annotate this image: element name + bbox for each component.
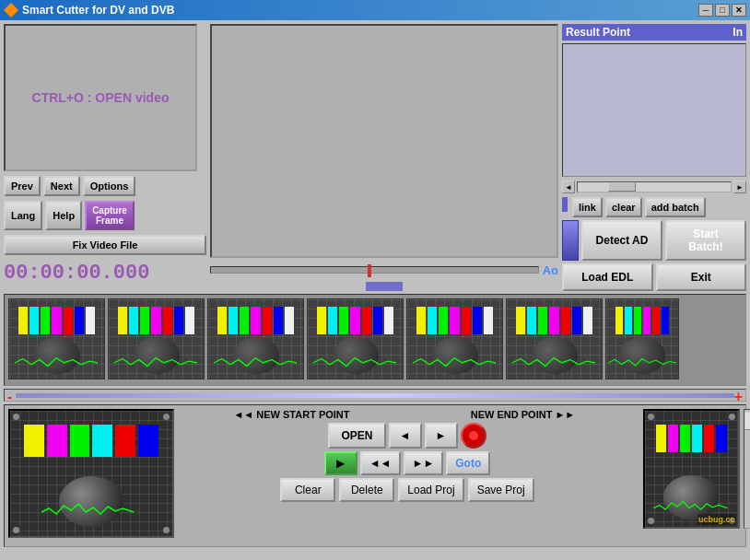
thumb-corner-bl (13, 527, 19, 533)
app-icon (4, 3, 18, 18)
detect-row: Detect AD Start Batch! (562, 220, 746, 261)
timeline-start-marker: - (7, 389, 12, 405)
next-button[interactable]: Next (43, 176, 80, 196)
bottom-section: ◄◄ NEW START POINT NEW END POINT ►► OPEN… (4, 404, 746, 547)
thumb-corner-tr (163, 414, 170, 420)
scroll-track[interactable] (577, 181, 732, 192)
ao-label: Ao (543, 263, 558, 277)
bottom-right-area: ucbug.cc (640, 409, 742, 542)
controls-row-2: Lang Help Capture Frame (4, 201, 206, 230)
fwd-frame-button[interactable]: ► (425, 423, 458, 449)
detect-ad-button[interactable]: Detect AD (581, 220, 662, 261)
new-start-header: ◄◄ NEW START POINT (178, 409, 405, 420)
thumb-2[interactable] (108, 298, 205, 379)
controls-row-1: Prev Next Options (4, 176, 206, 196)
scroll-right-arrow[interactable]: ► (733, 181, 746, 193)
point-headers: ◄◄ NEW START POINT NEW END POINT ►► (178, 409, 637, 420)
in-label: In (732, 26, 743, 39)
thumb-6[interactable] (506, 298, 603, 379)
start-batch-button[interactable]: Start Batch! (665, 220, 746, 261)
right-scrollbar[interactable] (744, 409, 750, 529)
progress-thumb (368, 264, 371, 277)
center-panel: Ao (210, 24, 558, 291)
options-button[interactable]: Options (83, 176, 136, 196)
back-frame-button[interactable]: ◄ (389, 423, 422, 449)
thumbnail-strip (4, 294, 746, 386)
window-title: Smart Cutter for DV and DVB (22, 4, 174, 17)
progress-bar[interactable] (210, 266, 539, 274)
window-controls: ─ □ ✕ (698, 4, 746, 17)
clear-bottom-button[interactable]: Clear (280, 478, 335, 502)
watermark: ucbug.cc (697, 514, 736, 525)
link-clear-row: link clear add batch (562, 197, 746, 217)
scroll-left-arrow[interactable]: ◄ (562, 181, 575, 193)
bottom-left-thumb (8, 409, 174, 538)
play-rewind-fastfwd-goto-row: ▶ ◄◄ ►► Goto (178, 451, 637, 475)
clear-button[interactable]: clear (605, 197, 642, 217)
controls-row-3: Fix Video File (4, 235, 206, 255)
right-scroll-thumb (744, 412, 750, 430)
open-button[interactable]: OPEN (328, 423, 385, 449)
record-button[interactable] (461, 423, 486, 449)
load-proj-button[interactable]: Load Proj (398, 478, 463, 502)
delete-button[interactable]: Delete (339, 478, 394, 502)
rthumb-corner-tl (648, 414, 654, 420)
thumb-5[interactable] (406, 298, 503, 379)
thumb-1[interactable] (8, 298, 105, 379)
timecode-display: 00:00:00.000 (4, 262, 206, 285)
thumb-3[interactable] (207, 298, 304, 379)
rthumb-corner-tr (729, 414, 735, 420)
left-indicator (562, 220, 579, 261)
left-transport: OPEN ◄ ► ▶ ◄◄ ►► Goto (178, 423, 637, 475)
thumb-corner-tl (13, 414, 19, 420)
scroll-thumb (608, 182, 636, 192)
fix-video-button[interactable]: Fix Video File (4, 235, 206, 255)
right-panel: Result Point In ◄ ► link clear add batch… (562, 24, 746, 291)
play-icon: ▶ (336, 457, 345, 470)
record-icon (469, 431, 478, 440)
result-scrollbar: ◄ ► (562, 180, 746, 194)
result-point-label: Result Point (566, 26, 630, 39)
minimize-button[interactable]: ─ (698, 4, 713, 17)
open-hint-text: CTRL+O : OPEN video (32, 90, 170, 105)
main-video-preview (210, 24, 558, 258)
edl-exit-row: Load EDL Exit (562, 263, 746, 291)
rewind-button[interactable]: ◄◄ (360, 451, 401, 475)
rthumb-corner-bl (648, 518, 654, 524)
capture-frame-button[interactable]: Capture Frame (85, 201, 135, 230)
main-content: CTRL+O : OPEN video Prev Next Options La… (0, 20, 750, 560)
close-button[interactable]: ✕ (732, 4, 746, 17)
new-end-header: NEW END POINT ►► (409, 409, 637, 420)
link-button[interactable]: link (572, 197, 603, 217)
result-list[interactable] (562, 43, 746, 177)
lang-button[interactable]: Lang (4, 201, 42, 230)
maximize-button[interactable]: □ (715, 4, 730, 17)
load-edl-button[interactable]: Load EDL (562, 263, 653, 291)
bottom-right-thumb: ucbug.cc (643, 409, 740, 529)
bottom-controls: OPEN ◄ ► ▶ ◄◄ ►► Goto (178, 423, 637, 475)
exit-button[interactable]: Exit (656, 263, 747, 291)
timeline-end-marker: + (734, 389, 743, 405)
save-proj-button[interactable]: Save Proj (468, 478, 534, 502)
thumb-corner-br (163, 527, 170, 533)
timeline-bar (16, 393, 734, 398)
top-section: CTRL+O : OPEN video Prev Next Options La… (4, 24, 746, 291)
timeline-scrubber[interactable]: - + (4, 389, 746, 402)
goto-button[interactable]: Goto (446, 451, 490, 475)
bottom-action-row: Clear Delete Load Proj Save Proj (178, 478, 637, 502)
thumb-7[interactable] (605, 298, 679, 379)
open-back-fwd-rec-row: OPEN ◄ ► (178, 423, 637, 449)
prev-button[interactable]: Prev (4, 176, 41, 196)
fast-fwd-button[interactable]: ►► (404, 451, 444, 475)
left-panel: CTRL+O : OPEN video Prev Next Options La… (4, 24, 206, 291)
scroll-button[interactable] (366, 282, 403, 291)
play-button[interactable]: ▶ (324, 451, 357, 475)
link-indicator (562, 197, 568, 212)
help-button[interactable]: Help (45, 201, 82, 230)
add-batch-button[interactable]: add batch (645, 197, 706, 217)
title-bar: Smart Cutter for DV and DVB ─ □ ✕ (0, 0, 750, 20)
left-preview: CTRL+O : OPEN video (4, 24, 197, 171)
thumb-4[interactable] (307, 298, 404, 379)
progress-bar-container: Ao (210, 261, 558, 279)
bottom-center: ◄◄ NEW START POINT NEW END POINT ►► OPEN… (178, 409, 637, 542)
